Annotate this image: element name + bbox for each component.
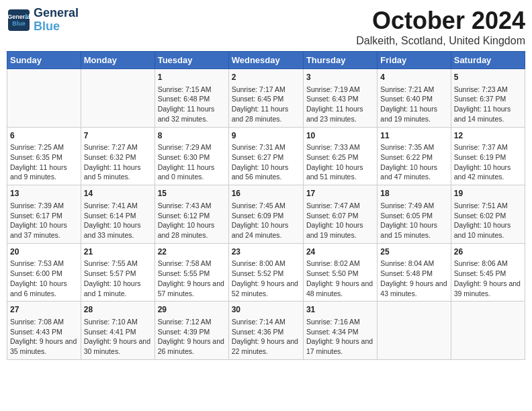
day-number: 25	[380, 246, 447, 258]
calendar-cell: 23Sunrise: 8:00 AMSunset: 5:52 PMDayligh…	[228, 243, 303, 302]
daylight-text: Daylight: 10 hours and 42 minutes.	[454, 163, 522, 182]
calendar-week-row: 27Sunrise: 7:08 AMSunset: 4:43 PMDayligh…	[7, 302, 525, 360]
day-number: 23	[232, 246, 300, 258]
sunset-text: Sunset: 6:25 PM	[306, 152, 374, 163]
daylight-text: Daylight: 9 hours and 52 minutes.	[232, 279, 300, 298]
sunrise-text: Sunrise: 8:00 AM	[232, 259, 300, 269]
logo: General Blue GeneralBlue	[7, 7, 79, 34]
calendar-cell: 10Sunrise: 7:33 AMSunset: 6:25 PMDayligh…	[303, 127, 377, 185]
daylight-text: Daylight: 10 hours and 15 minutes.	[380, 220, 447, 240]
daylight-text: Daylight: 10 hours and 28 minutes.	[158, 220, 226, 240]
calendar-cell: 17Sunrise: 7:47 AMSunset: 6:07 PMDayligh…	[303, 185, 377, 244]
sunset-text: Sunset: 6:40 PM	[380, 94, 447, 104]
sunset-text: Sunset: 6:07 PM	[306, 211, 374, 221]
sunset-text: Sunset: 6:00 PM	[10, 269, 78, 279]
day-number: 26	[454, 246, 522, 258]
svg-text:Blue: Blue	[12, 20, 26, 27]
daylight-text: Daylight: 11 hours and 9 minutes.	[10, 163, 78, 182]
calendar-cell: 3Sunrise: 7:19 AMSunset: 6:43 PMDaylight…	[303, 69, 377, 128]
daylight-text: Daylight: 10 hours and 33 minutes.	[84, 220, 152, 240]
day-number: 9	[232, 130, 300, 142]
daylight-text: Daylight: 9 hours and 43 minutes.	[380, 279, 447, 298]
title-area: October 2024 Dalkeith, Scotland, United …	[356, 7, 525, 47]
calendar-cell	[451, 302, 525, 360]
day-number: 20	[10, 246, 78, 258]
sunrise-text: Sunrise: 8:04 AM	[380, 259, 447, 269]
sunset-text: Sunset: 6:17 PM	[10, 211, 78, 221]
sunset-text: Sunset: 6:48 PM	[158, 94, 226, 104]
daylight-text: Daylight: 10 hours and 6 minutes.	[10, 279, 78, 298]
sunset-text: Sunset: 6:14 PM	[84, 211, 152, 221]
calendar-cell: 25Sunrise: 8:04 AMSunset: 5:48 PMDayligh…	[378, 243, 451, 302]
sunrise-text: Sunrise: 8:02 AM	[306, 259, 374, 269]
day-number: 8	[158, 130, 226, 142]
sunrise-text: Sunrise: 7:41 AM	[84, 201, 152, 211]
day-number: 7	[84, 130, 152, 142]
daylight-text: Daylight: 11 hours and 19 minutes.	[380, 104, 447, 124]
calendar-cell: 28Sunrise: 7:10 AMSunset: 4:41 PMDayligh…	[81, 302, 154, 360]
calendar-cell: 22Sunrise: 7:58 AMSunset: 5:55 PMDayligh…	[154, 243, 228, 302]
daylight-text: Daylight: 11 hours and 5 minutes.	[84, 163, 152, 182]
sunrise-text: Sunrise: 7:12 AM	[158, 317, 226, 327]
sunset-text: Sunset: 5:48 PM	[380, 269, 447, 279]
sunrise-text: Sunrise: 7:39 AM	[10, 201, 78, 211]
calendar-cell: 5Sunrise: 7:23 AMSunset: 6:37 PMDaylight…	[451, 69, 525, 128]
daylight-text: Daylight: 10 hours and 24 minutes.	[232, 220, 300, 240]
sunrise-text: Sunrise: 7:17 AM	[232, 85, 300, 95]
calendar-cell: 9Sunrise: 7:31 AMSunset: 6:27 PMDaylight…	[228, 127, 303, 185]
day-number: 2	[232, 72, 300, 83]
calendar-cell: 16Sunrise: 7:45 AMSunset: 6:09 PMDayligh…	[228, 185, 303, 244]
day-number: 3	[306, 72, 374, 83]
sunset-text: Sunset: 6:30 PM	[158, 152, 226, 163]
sunset-text: Sunset: 6:22 PM	[380, 152, 447, 163]
sunset-text: Sunset: 6:05 PM	[380, 211, 447, 221]
calendar-cell: 14Sunrise: 7:41 AMSunset: 6:14 PMDayligh…	[81, 185, 154, 244]
daylight-text: Daylight: 11 hours and 14 minutes.	[454, 104, 522, 124]
sunset-text: Sunset: 6:27 PM	[232, 152, 300, 163]
sunset-text: Sunset: 6:02 PM	[454, 211, 522, 221]
daylight-text: Daylight: 10 hours and 56 minutes.	[232, 163, 300, 182]
sunrise-text: Sunrise: 7:08 AM	[10, 317, 78, 327]
day-number: 1	[158, 72, 226, 83]
sunset-text: Sunset: 6:43 PM	[306, 94, 374, 104]
sunrise-text: Sunrise: 7:25 AM	[10, 142, 78, 152]
sunset-text: Sunset: 4:43 PM	[10, 327, 78, 337]
calendar-cell: 2Sunrise: 7:17 AMSunset: 6:45 PMDaylight…	[228, 69, 303, 128]
sunset-text: Sunset: 4:36 PM	[232, 327, 300, 337]
daylight-text: Daylight: 9 hours and 22 minutes.	[232, 336, 300, 356]
sunset-text: Sunset: 5:57 PM	[84, 269, 152, 279]
sunrise-text: Sunrise: 7:19 AM	[306, 85, 374, 95]
day-number: 11	[380, 130, 447, 142]
daylight-text: Daylight: 11 hours and 0 minutes.	[158, 163, 226, 182]
sunrise-text: Sunrise: 7:29 AM	[158, 142, 226, 152]
sunset-text: Sunset: 6:19 PM	[454, 152, 522, 163]
daylight-text: Daylight: 11 hours and 28 minutes.	[232, 104, 300, 124]
daylight-text: Daylight: 10 hours and 10 minutes.	[454, 220, 522, 240]
daylight-text: Daylight: 9 hours and 30 minutes.	[84, 336, 152, 356]
header: General Blue GeneralBlue October 2024 Da…	[7, 7, 525, 47]
sunset-text: Sunset: 6:37 PM	[454, 94, 522, 104]
weekday-header: Saturday	[451, 52, 525, 69]
day-number: 16	[232, 188, 300, 199]
sunrise-text: Sunrise: 7:14 AM	[232, 317, 300, 327]
sunrise-text: Sunrise: 7:16 AM	[306, 317, 374, 327]
calendar-week-row: 20Sunrise: 7:53 AMSunset: 6:00 PMDayligh…	[7, 243, 525, 302]
sunrise-text: Sunrise: 7:33 AM	[306, 142, 374, 152]
calendar-week-row: 1Sunrise: 7:15 AMSunset: 6:48 PMDaylight…	[7, 69, 525, 128]
sunrise-text: Sunrise: 7:21 AM	[380, 85, 447, 95]
daylight-text: Daylight: 9 hours and 48 minutes.	[306, 279, 374, 298]
day-number: 21	[84, 246, 152, 258]
daylight-text: Daylight: 10 hours and 19 minutes.	[306, 220, 374, 240]
daylight-text: Daylight: 9 hours and 17 minutes.	[306, 336, 374, 356]
sunrise-text: Sunrise: 7:37 AM	[454, 142, 522, 152]
sunset-text: Sunset: 5:55 PM	[158, 269, 226, 279]
day-number: 27	[10, 304, 78, 316]
sunrise-text: Sunrise: 7:49 AM	[380, 201, 447, 211]
sunset-text: Sunset: 4:39 PM	[158, 327, 226, 337]
calendar-cell: 15Sunrise: 7:43 AMSunset: 6:12 PMDayligh…	[154, 185, 228, 244]
day-number: 15	[158, 188, 226, 199]
calendar-cell: 18Sunrise: 7:49 AMSunset: 6:05 PMDayligh…	[378, 185, 451, 244]
daylight-text: Daylight: 9 hours and 39 minutes.	[454, 279, 522, 298]
sunrise-text: Sunrise: 7:43 AM	[158, 201, 226, 211]
sunrise-text: Sunrise: 7:23 AM	[454, 85, 522, 95]
